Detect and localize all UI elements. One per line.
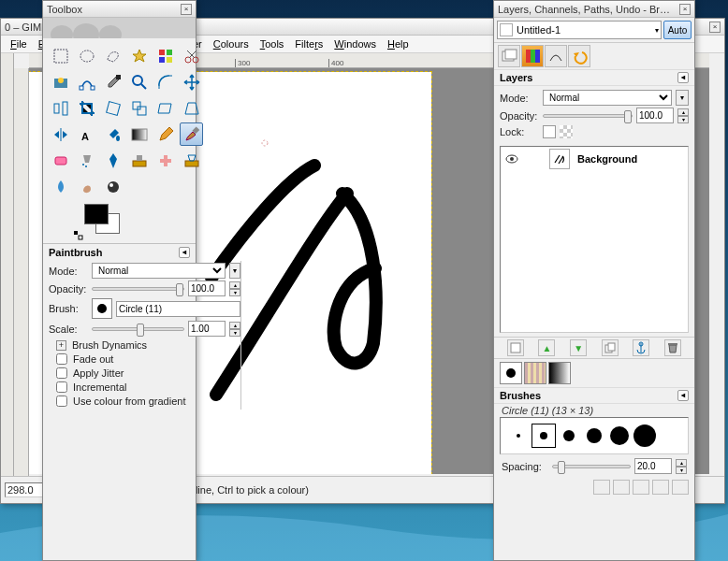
expand-icon[interactable]: + <box>56 340 66 351</box>
lock-alpha-toggle[interactable] <box>543 125 556 138</box>
rect-select-tool[interactable] <box>49 44 72 67</box>
spacing-slider[interactable] <box>552 465 631 468</box>
opacity-value[interactable] <box>188 280 226 296</box>
incremental-checkbox[interactable]: Incremental <box>56 381 240 393</box>
scale-slider[interactable] <box>92 327 184 331</box>
brushes-menu-icon[interactable]: ◂ <box>677 390 689 401</box>
rotate-tool[interactable] <box>101 96 124 120</box>
brush-preview[interactable] <box>92 298 112 319</box>
toolopts-scrollbar[interactable] <box>240 261 241 410</box>
apply-jitter-checkbox[interactable]: Apply Jitter <box>56 367 240 379</box>
crop-tool[interactable] <box>75 96 98 120</box>
clone-tool[interactable] <box>127 149 151 172</box>
brushes-grid[interactable] <box>500 417 689 454</box>
shear-tool[interactable] <box>153 96 177 120</box>
pencil-tool[interactable] <box>153 122 177 146</box>
edit-brush-button[interactable] <box>593 480 610 495</box>
duplicate-layer-button[interactable] <box>602 339 619 356</box>
menu-tools[interactable]: Tools <box>256 37 288 50</box>
close-icon[interactable]: × <box>679 4 691 15</box>
paths-tool[interactable] <box>75 70 98 94</box>
brush-name[interactable] <box>116 301 240 317</box>
brush-swatch[interactable] <box>531 424 556 448</box>
tool-options-menu-icon[interactable]: ◂ <box>179 247 190 258</box>
scale-spinner[interactable]: ▴▾ <box>229 322 240 337</box>
paintbrush-tool[interactable] <box>180 122 203 146</box>
channels-tab[interactable] <box>521 45 544 67</box>
layers-titlebar[interactable]: Layers, Channels, Paths, Undo - Br… × <box>494 1 694 18</box>
lower-layer-button[interactable]: ▼ <box>570 339 587 356</box>
visibility-eye-icon[interactable] <box>504 151 519 166</box>
move-tool[interactable] <box>180 70 203 94</box>
delete-layer-button[interactable] <box>664 339 681 356</box>
color-swatches[interactable] <box>84 202 196 243</box>
refresh-brushes-button[interactable] <box>672 480 689 495</box>
chevron-down-icon[interactable]: ▾ <box>676 90 689 106</box>
spacing-value[interactable] <box>634 458 672 474</box>
layers-menu-icon[interactable]: ◂ <box>677 72 689 83</box>
eraser-tool[interactable] <box>49 149 72 172</box>
perspective-tool[interactable] <box>180 96 203 120</box>
raise-layer-button[interactable]: ▲ <box>538 339 555 356</box>
layer-name[interactable]: Background <box>577 153 637 165</box>
active-brush-indicator[interactable] <box>500 362 522 384</box>
chevron-down-icon[interactable]: ▾ <box>655 26 659 35</box>
opacity-spinner[interactable]: ▴▾ <box>229 281 240 296</box>
measure-tool[interactable] <box>153 70 177 94</box>
swap-colors-icon[interactable] <box>73 230 84 241</box>
foreground-select-tool[interactable] <box>49 70 72 94</box>
layer-row[interactable]: Background <box>501 147 688 171</box>
image-select-combo[interactable]: Untitled-1 ▾ <box>497 21 662 39</box>
menu-filters[interactable]: Filters <box>291 37 327 50</box>
close-icon[interactable]: × <box>709 22 721 33</box>
layer-mode-select[interactable]: Normal <box>543 90 672 106</box>
smudge-tool[interactable] <box>75 175 98 198</box>
brush-swatch[interactable] <box>557 424 581 448</box>
delete-brush-button[interactable] <box>652 480 669 495</box>
text-tool[interactable]: A <box>75 122 98 146</box>
heal-tool[interactable] <box>153 149 177 172</box>
auto-button[interactable]: Auto <box>663 21 692 39</box>
brush-dynamics-expander[interactable]: + Brush Dynamics <box>56 339 240 351</box>
scale-tool[interactable] <box>127 96 151 120</box>
layer-opacity-slider[interactable] <box>543 114 633 118</box>
active-gradient-indicator[interactable] <box>548 362 571 384</box>
spacing-spinner[interactable]: ▴▾ <box>676 459 687 474</box>
fuzzy-select-tool[interactable] <box>127 44 151 67</box>
flip-tool[interactable] <box>49 122 72 146</box>
free-select-tool[interactable] <box>101 44 124 67</box>
layer-opacity-value[interactable] <box>636 108 674 123</box>
brush-swatch[interactable] <box>633 424 657 448</box>
use-gradient-checkbox[interactable]: Use colour from gradient <box>56 396 240 407</box>
menu-windows[interactable]: Windows <box>330 37 380 50</box>
brush-swatch[interactable] <box>607 424 632 448</box>
ellipse-select-tool[interactable] <box>75 44 98 67</box>
new-layer-button[interactable] <box>507 339 524 356</box>
toolbox-titlebar[interactable]: Toolbox × <box>43 1 196 18</box>
zoom-tool[interactable] <box>127 70 151 94</box>
mode-select[interactable]: Normal <box>92 263 226 279</box>
opacity-slider[interactable] <box>92 287 184 291</box>
fg-color[interactable] <box>84 204 109 224</box>
brush-swatch[interactable] <box>506 424 531 448</box>
menu-help[interactable]: Help <box>384 37 413 50</box>
menu-colours[interactable]: Colours <box>210 37 253 50</box>
scale-value[interactable] <box>188 321 226 337</box>
dodge-burn-tool[interactable] <box>101 175 124 198</box>
mode-dropdown-icon[interactable]: ▾ <box>229 263 240 279</box>
menu-file[interactable]: File <box>7 37 31 50</box>
ink-tool[interactable] <box>101 149 124 172</box>
fade-out-checkbox[interactable]: Fade out <box>56 353 240 365</box>
close-icon[interactable]: × <box>181 4 192 15</box>
align-tool[interactable] <box>49 96 72 120</box>
blend-tool[interactable] <box>127 122 151 146</box>
blur-tool[interactable] <box>49 175 72 198</box>
brush-swatch[interactable] <box>582 424 606 448</box>
perspective-clone-tool[interactable] <box>180 149 203 172</box>
layers-tab[interactable] <box>498 45 520 67</box>
airbrush-tool[interactable] <box>75 149 98 172</box>
layer-opacity-spinner[interactable]: ▴▾ <box>677 108 689 123</box>
anchor-layer-button[interactable] <box>633 339 649 356</box>
color-picker-tool[interactable] <box>101 70 124 94</box>
paths-tab[interactable] <box>545 45 567 67</box>
